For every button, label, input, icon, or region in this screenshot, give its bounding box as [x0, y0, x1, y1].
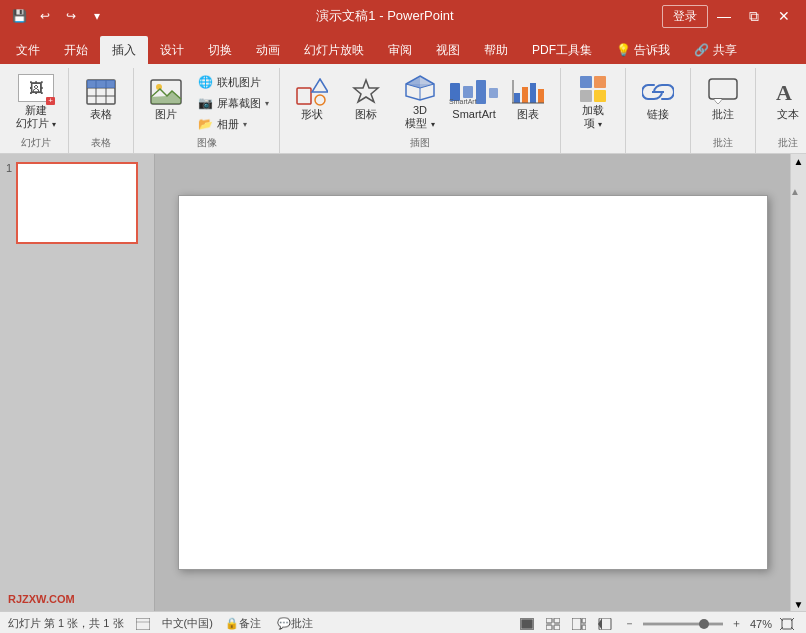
status-left: 幻灯片 第 1 张，共 1 张 中文(中国) 🔒 备注 💬 批注: [8, 614, 508, 634]
svg-marker-17: [406, 84, 434, 88]
grid-view-button[interactable]: [542, 614, 564, 634]
shapes-icon: [294, 78, 330, 106]
slide-number: 1: [6, 162, 12, 174]
scroll-up-button[interactable]: ▲: [792, 154, 806, 168]
addins-button[interactable]: 加载项 ▾: [567, 70, 619, 132]
svg-rect-10: [297, 88, 311, 104]
normal-view-icon: [520, 618, 534, 630]
language-label: 中文(中国): [162, 616, 213, 631]
save-qat-button[interactable]: 💾: [8, 5, 30, 27]
tab-animations[interactable]: 动画: [244, 36, 292, 64]
zoom-thumb: [699, 619, 709, 629]
icons-button[interactable]: 图标: [340, 70, 392, 128]
shapes-button[interactable]: 形状: [286, 70, 338, 128]
slide-canvas[interactable]: [178, 195, 768, 570]
tab-transitions[interactable]: 切换: [196, 36, 244, 64]
status-view-button[interactable]: [132, 614, 154, 634]
links-group-content: 链接: [632, 70, 684, 148]
comments-icon: 💬: [277, 617, 291, 630]
svg-rect-34: [580, 90, 592, 102]
undo-qat-button[interactable]: ↩: [34, 5, 56, 27]
tab-tell[interactable]: 💡 告诉我: [604, 36, 682, 64]
slides-group-label: 幻灯片: [10, 134, 62, 153]
icons-icon: [348, 78, 384, 106]
restore-button[interactable]: ⧉: [740, 2, 768, 30]
text-group: A 文本 批注: [756, 68, 806, 153]
tab-design[interactable]: 设计: [148, 36, 196, 64]
screenshot-button[interactable]: 📷 屏幕截图 ▾: [194, 93, 273, 113]
svg-rect-54: [572, 618, 581, 630]
slide-thumbnail[interactable]: [16, 162, 138, 244]
online-picture-label: 联机图片: [217, 75, 261, 90]
tab-share[interactable]: 🔗 共享: [682, 36, 748, 64]
tab-file[interactable]: 文件: [4, 36, 52, 64]
svg-rect-47: [136, 618, 150, 630]
zoom-in-button[interactable]: ＋: [727, 614, 746, 634]
scroll-down-button[interactable]: ▼: [792, 597, 806, 611]
svg-rect-59: [782, 619, 792, 629]
picture-button[interactable]: 图片: [140, 70, 192, 128]
normal-view-button[interactable]: [516, 614, 538, 634]
tab-pdf[interactable]: PDF工具集: [520, 36, 604, 64]
tab-review[interactable]: 审阅: [376, 36, 424, 64]
svg-rect-53: [554, 625, 560, 630]
notes-icon: 🔒: [225, 617, 239, 630]
album-button[interactable]: 📂 相册 ▾: [194, 114, 273, 134]
watermark: RJZXW.COM: [8, 593, 75, 605]
svg-marker-11: [312, 79, 328, 92]
svg-rect-23: [476, 80, 486, 104]
close-button[interactable]: ✕: [770, 2, 798, 30]
text-button[interactable]: A 文本: [762, 70, 806, 128]
link-button[interactable]: 链接: [632, 70, 684, 128]
new-slide-button[interactable]: 🖼 + 新建幻灯片 ▾: [10, 70, 62, 132]
table-group: 表格 表格: [69, 68, 134, 153]
svg-rect-33: [594, 76, 606, 88]
tab-help[interactable]: 帮助: [472, 36, 520, 64]
album-label: 相册: [217, 117, 239, 132]
customize-qat-button[interactable]: ▾: [86, 5, 108, 27]
3d-model-button[interactable]: 3D模型 ▾: [394, 70, 446, 132]
login-button[interactable]: 登录: [662, 5, 708, 28]
illustrations-group-label: 插图: [286, 134, 554, 153]
zoom-out-button[interactable]: －: [620, 614, 639, 634]
svg-rect-24: [489, 88, 498, 98]
text-group-content: A 文本: [762, 70, 806, 134]
status-right: － ＋ 47%: [516, 614, 798, 634]
tab-home[interactable]: 开始: [52, 36, 100, 64]
online-picture-button[interactable]: 🌐 联机图片: [194, 72, 273, 92]
comment-button[interactable]: 批注: [697, 70, 749, 128]
chart-button[interactable]: 图表: [502, 70, 554, 128]
fit-slide-button[interactable]: [776, 614, 798, 634]
picture-label: 图片: [155, 108, 177, 121]
svg-point-12: [315, 95, 325, 105]
status-bar: 幻灯片 第 1 张，共 1 张 中文(中国) 🔒 备注 💬 批注: [0, 611, 806, 633]
redo-qat-button[interactable]: ↪: [60, 5, 82, 27]
notes-button[interactable]: 🔒 备注: [221, 614, 265, 634]
ribbon-collapse-button[interactable]: ▲: [788, 184, 802, 198]
title-bar-left: 💾 ↩ ↪ ▾: [8, 5, 108, 27]
zoom-track: [643, 623, 723, 625]
svg-marker-13: [354, 80, 378, 102]
smartart-button[interactable]: SmartArt SmartArt: [448, 70, 500, 128]
chart-label: 图表: [517, 108, 539, 121]
zoom-slider[interactable]: [643, 622, 723, 626]
reading-view-icon: [598, 618, 612, 630]
shapes-label: 形状: [301, 108, 323, 121]
new-slide-label: 新建幻灯片 ▾: [16, 104, 56, 130]
album-icon: 📂: [198, 117, 213, 131]
right-scrollbar[interactable]: ▲ ▼: [790, 154, 806, 611]
3d-model-label: 3D模型 ▾: [405, 104, 434, 130]
comments-label: 批注: [291, 616, 313, 631]
tab-insert[interactable]: 插入: [100, 36, 148, 64]
svg-rect-7: [106, 80, 115, 88]
link-icon: [640, 78, 676, 106]
table-button[interactable]: 表格: [75, 70, 127, 128]
presenter-view-button[interactable]: [568, 614, 590, 634]
main-area: 1 ▲ ▼: [0, 154, 806, 611]
tab-view[interactable]: 视图: [424, 36, 472, 64]
comments-button[interactable]: 💬 批注: [273, 614, 317, 634]
svg-rect-6: [96, 80, 106, 88]
reading-view-button[interactable]: [594, 614, 616, 634]
tab-slideshow[interactable]: 幻灯片放映: [292, 36, 376, 64]
minimize-button[interactable]: —: [710, 2, 738, 30]
